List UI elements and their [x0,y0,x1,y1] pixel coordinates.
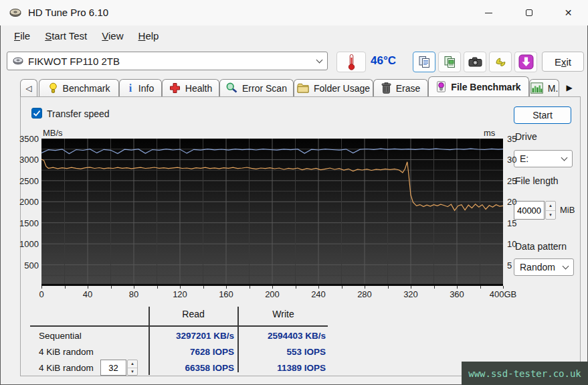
x-tick-mark [203,286,204,289]
read-value: 66358 IOPS [154,363,234,373]
tab-m[interactable]: M. [529,79,559,96]
tab-folder-usage[interactable]: Folder Usage [294,79,373,96]
x-tick-mark [157,286,158,289]
temperature-button[interactable] [336,52,366,72]
tab-label: Erase [396,83,421,94]
x-tick-mark [134,286,134,289]
tab-scroll-right[interactable]: ▶ [561,79,578,96]
y-left-tick: 500 [17,260,39,271]
close-button[interactable]: ✕ [553,1,583,25]
hand-icon [494,56,507,68]
tab-label: Error Scan [242,83,287,94]
x-tick-mark [365,286,365,289]
y-left-unit: MB/s [43,128,63,138]
x-tick: 360 [437,289,477,299]
health-cross-icon [169,82,181,94]
stepper-up-icon[interactable]: ▲ [546,202,555,211]
stepper-down-icon[interactable]: ▼ [546,211,555,220]
y-left-tick: 1500 [17,218,39,228]
x-tick: 280 [345,289,385,299]
x-tick: 120 [160,289,200,299]
watermark-text: www.ssd-tester.co.uk [468,368,581,379]
y-right-tick: 25 [507,176,527,186]
start-button[interactable]: Start [514,106,571,124]
file-length-stepper[interactable]: ▲▼ [545,201,556,220]
tab-error-scan[interactable]: Error Scan [219,79,294,96]
tab-benchmark[interactable]: Benchmark [39,79,119,96]
x-tick-mark [388,286,389,289]
copy-image-icon [444,56,456,68]
x-tick-mark [226,286,227,289]
bulb-yellow-icon [48,82,58,94]
y-right-tick: 10 [507,239,527,249]
minimize-button[interactable] [474,1,504,25]
disk-icon [13,57,23,65]
queue-depth-input[interactable] [100,360,126,376]
x-tick-mark [65,286,66,289]
menu-start-test[interactable]: Start Test [37,27,94,44]
read-value: 7628 IOPS [154,347,234,357]
tab-scroll-left[interactable]: ◁ [20,79,37,96]
bulb-purple-icon [436,81,446,92]
tab-bar: ◁BenchmarkiInfoHealthError ScanFolder Us… [20,76,581,96]
table-divider [237,307,239,372]
table-divider [149,307,150,375]
y-right-unit: ms [484,128,495,138]
x-tick: 160 [206,289,246,299]
x-tick-mark [318,286,319,289]
minimize-icon [485,13,492,13]
tab-label: Health [185,83,212,94]
menu-view[interactable]: View [94,27,130,44]
tab-info[interactable]: iInfo [119,79,162,96]
trash-icon [381,82,391,94]
tab-label: Benchmark [63,83,110,94]
queue-depth-stepper[interactable]: ▲▼ [127,360,138,376]
row-label: Sequential [39,331,82,341]
tab-file-benchmark[interactable]: File Benchmark [428,76,529,96]
tab-label: File Benchmark [451,82,520,92]
row-label: 4 KiB random [39,347,94,357]
save-download-button[interactable] [514,52,537,72]
chevron-down-icon [563,262,569,269]
transfer-speed-checkbox[interactable] [31,108,42,119]
thermometer-icon [347,54,356,70]
x-tick-mark [480,286,481,289]
window-title: HD Tune Pro 6.10 [28,7,108,18]
stepper-down-icon[interactable]: ▼ [128,368,137,376]
hands-button[interactable] [489,52,512,72]
benchmark-chart [41,139,503,286]
bar-chart-icon [530,82,543,94]
x-tick-mark [180,286,181,289]
y-left-tick: 3500 [17,134,39,144]
tab-health[interactable]: Health [162,79,219,96]
drive-select[interactable]: FIKWOT FP110 2TB [7,52,328,70]
svg-text:i: i [129,82,132,94]
x-tick-mark [434,286,435,289]
column-header-write: Write [241,309,326,319]
menu-file[interactable]: File [7,27,37,44]
copy-text-button[interactable] [413,52,435,72]
transfer-speed-label: Transfer speed [47,108,110,119]
maximize-button[interactable] [514,1,544,25]
y-left-tick: 1000 [17,239,39,249]
menu-bar: FileStart TestViewHelp [0,25,588,46]
x-tick: 0 [21,289,62,299]
read-value: 3297201 KB/s [154,331,234,341]
screenshot-button[interactable] [464,52,486,72]
maximize-icon [526,9,532,16]
drive-select-value: FIKWOT FP110 2TB [28,56,317,67]
x-tick-mark [111,286,112,289]
exit-button[interactable]: Exit [542,52,584,72]
x-tick: 40 [68,289,108,299]
magnifier-icon [226,82,237,94]
menu-help[interactable]: Help [131,27,167,44]
x-tick: 80 [114,289,154,299]
x-tick: 200 [252,289,292,299]
write-value: 11389 IOPS [241,363,326,373]
folder-icon [297,83,309,93]
stepper-up-icon[interactable]: ▲ [128,360,137,368]
copy-image-button[interactable] [438,52,461,72]
watermark: www.ssd-tester.co.uk [462,362,588,385]
tab-erase[interactable]: Erase [373,79,428,96]
x-tick-mark [296,286,296,289]
